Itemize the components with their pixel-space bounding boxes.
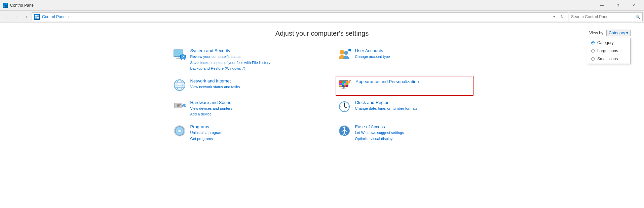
svg-rect-36 [342, 85, 344, 86]
programs-title[interactable]: Programs [190, 124, 307, 129]
view-by-container: View by: Category ▾ [589, 30, 631, 36]
hardware-sound-text: Hardware and Sound View devices and prin… [190, 100, 307, 117]
categories-grid: ✓ System and Security Review your comput… [171, 45, 473, 144]
window-controls: — □ ✕ [594, 0, 641, 11]
system-security-link-2[interactable]: Save backup copies of your files with Fi… [190, 60, 307, 66]
appearance-personalization-title[interactable]: Appearance and Personalization [356, 79, 471, 84]
svg-rect-7 [37, 17, 39, 18]
svg-rect-0 [3, 3, 5, 5]
hardware-sound-link-2[interactable]: Add a device [190, 111, 307, 117]
appearance-personalization-icon [338, 79, 352, 93]
back-button[interactable]: ‹ [1, 12, 11, 22]
svg-text:✓: ✓ [182, 55, 185, 59]
ease-of-access-link-1[interactable]: Let Windows suggest settings [355, 130, 471, 136]
svg-rect-3 [6, 6, 7, 7]
dropdown-label-large-icons: Large icons [597, 48, 618, 53]
minimize-button[interactable]: — [594, 0, 610, 11]
network-internet-link-1[interactable]: View network status and tasks [190, 84, 307, 90]
category-appearance-personalization[interactable]: Appearance and Personalization [336, 76, 473, 96]
search-input[interactable] [571, 14, 634, 19]
user-accounts-link-1[interactable]: Change account type [355, 54, 471, 60]
network-internet-icon [173, 78, 186, 92]
clock-region-link-1[interactable]: Change date, time, or number formats [355, 106, 471, 112]
svg-point-15 [340, 50, 344, 55]
clock-region-text: Clock and Region Change date, time, or n… [355, 100, 471, 112]
hardware-sound-icon [173, 100, 186, 113]
address-dropdown-button[interactable]: ▾ [551, 13, 558, 21]
window-icon [3, 3, 8, 8]
system-security-title[interactable]: System and Security [190, 48, 307, 53]
ease-of-access-text: Ease of Access Let Windows suggest setti… [355, 124, 471, 142]
dropdown-menu: Category Large icons Small icons [587, 38, 631, 64]
appearance-personalization-text: Appearance and Personalization [356, 79, 471, 85]
svg-marker-17 [348, 48, 351, 51]
network-internet-text: Network and Internet View network status… [190, 78, 307, 90]
programs-link-2[interactable]: Get programs [190, 136, 307, 142]
category-network-internet[interactable]: Network and Internet View network status… [171, 76, 309, 96]
dropdown-label-category: Category [597, 40, 614, 45]
close-button[interactable]: ✕ [626, 0, 641, 11]
category-ease-of-access[interactable]: Ease of Access Let Windows suggest setti… [336, 122, 473, 144]
nav-bar: ‹ › ↑ Control Panel › ▾ ↻ 🔍 [0, 11, 644, 23]
category-user-accounts[interactable]: User Accounts Change account type [336, 45, 473, 74]
search-icon[interactable]: 🔍 [635, 14, 640, 19]
clock-region-icon [338, 100, 351, 113]
dropdown-item-category[interactable]: Category [587, 39, 630, 47]
user-accounts-icon [338, 48, 351, 62]
network-internet-title[interactable]: Network and Internet [190, 78, 307, 83]
breadcrumb: Control Panel › [41, 14, 549, 19]
hardware-sound-title[interactable]: Hardware and Sound [190, 100, 307, 105]
clock-region-title[interactable]: Clock and Region [355, 100, 471, 105]
ease-of-access-title[interactable]: Ease of Access [355, 124, 471, 129]
hardware-sound-link-1[interactable]: View devices and printers [190, 106, 307, 112]
programs-icon [173, 124, 186, 138]
breadcrumb-sep: › [68, 15, 70, 19]
category-hardware-sound[interactable]: Hardware and Sound View devices and prin… [171, 97, 309, 120]
svg-rect-31 [339, 83, 342, 85]
svg-point-24 [175, 80, 185, 90]
svg-point-47 [178, 105, 179, 106]
user-accounts-text: User Accounts Change account type [355, 48, 471, 60]
svg-marker-49 [183, 103, 185, 107]
view-by-dropdown[interactable]: Category ▾ [606, 30, 631, 36]
user-accounts-title[interactable]: User Accounts [355, 48, 471, 53]
svg-point-56 [344, 106, 345, 107]
svg-rect-37 [344, 85, 346, 86]
breadcrumb-control-panel[interactable]: Control Panel [41, 14, 67, 19]
category-programs[interactable]: Programs Uninstall a program Get program… [171, 122, 309, 144]
refresh-button[interactable]: ↻ [558, 13, 566, 21]
svg-rect-32 [342, 83, 344, 85]
svg-rect-5 [37, 15, 39, 16]
system-security-text: System and Security Review your computer… [190, 48, 307, 72]
svg-rect-40 [341, 89, 346, 89]
programs-link-1[interactable]: Uninstall a program [190, 130, 307, 136]
system-security-link-3[interactable]: Backup and Restore (Windows 7) [190, 66, 307, 72]
dropdown-label-small-icons: Small icons [597, 57, 618, 61]
forward-button[interactable]: › [11, 12, 21, 22]
view-by-arrow: ▾ [626, 31, 628, 35]
programs-text: Programs Uninstall a program Get program… [190, 124, 307, 142]
maximize-button[interactable]: □ [610, 0, 626, 11]
system-security-link-1[interactable]: Review your computer's status [190, 54, 307, 60]
radio-large-icons [591, 49, 595, 53]
main-content: Adjust your computer's settings View by:… [0, 23, 644, 151]
svg-point-68 [343, 127, 345, 129]
search-box: 🔍 [569, 12, 643, 21]
dropdown-item-large-icons[interactable]: Large icons [587, 47, 630, 55]
svg-rect-4 [35, 15, 37, 16]
radio-category [591, 41, 595, 44]
category-system-security[interactable]: ✓ System and Security Review your comput… [171, 45, 309, 74]
svg-point-16 [344, 51, 348, 55]
dropdown-item-small-icons[interactable]: Small icons [587, 55, 630, 63]
svg-rect-50 [182, 105, 183, 107]
svg-rect-27 [339, 81, 342, 83]
up-button[interactable]: ↑ [22, 12, 31, 22]
ease-of-access-link-2[interactable]: Optimize visual display [355, 136, 471, 142]
svg-rect-35 [339, 85, 342, 86]
svg-rect-2 [3, 6, 5, 7]
svg-point-64 [179, 130, 180, 132]
svg-marker-39 [343, 87, 345, 89]
title-bar: Control Panel — □ ✕ [0, 0, 644, 11]
category-clock-region[interactable]: Clock and Region Change date, time, or n… [336, 97, 473, 120]
svg-rect-33 [344, 83, 346, 85]
